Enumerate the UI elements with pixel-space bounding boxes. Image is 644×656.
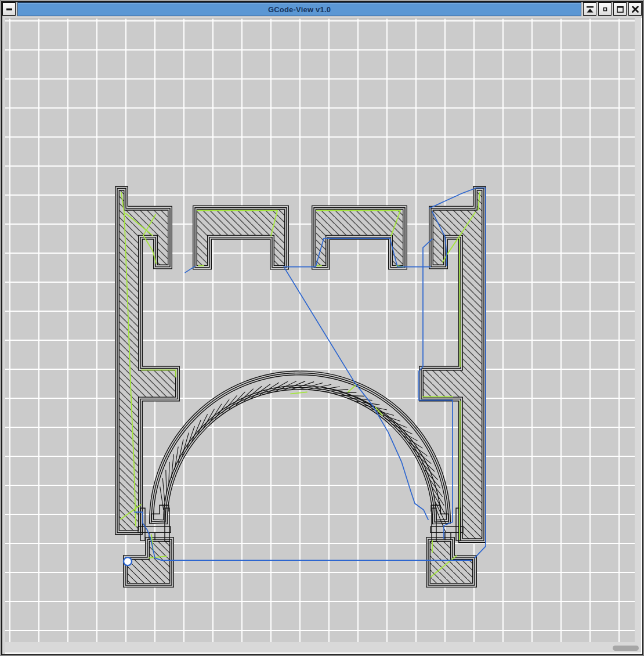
titlebar[interactable]: GCode-View v1.0 bbox=[2, 2, 642, 16]
close-button[interactable] bbox=[628, 2, 642, 16]
app-window: GCode-View v1.0 bbox=[0, 0, 644, 656]
close-icon bbox=[629, 3, 641, 15]
window-frame: GCode-View v1.0 bbox=[0, 0, 644, 656]
minimize-icon bbox=[3, 3, 15, 15]
iconify-button[interactable] bbox=[598, 2, 612, 16]
horizontal-scrollbar-thumb[interactable] bbox=[613, 646, 639, 651]
maximize-icon bbox=[614, 3, 626, 15]
thin-outline-shapes bbox=[138, 387, 463, 542]
frame-bevel-bottom bbox=[5, 653, 642, 654]
shade-button[interactable] bbox=[583, 2, 596, 16]
maximize-button[interactable] bbox=[613, 2, 627, 16]
horizontal-scrollbar-track[interactable] bbox=[5, 642, 641, 653]
minimize-button[interactable] bbox=[2, 2, 16, 16]
shade-icon bbox=[584, 3, 596, 15]
machined-part-shapes bbox=[117, 189, 484, 585]
small-square-icon bbox=[599, 3, 611, 15]
window-title: GCode-View v1.0 bbox=[268, 5, 331, 14]
drawing-svg bbox=[5, 19, 635, 642]
tool-position-marker bbox=[124, 557, 132, 565]
frame-bevel-right bbox=[641, 18, 642, 653]
arch-hatch-ticks bbox=[160, 381, 446, 532]
gcode-canvas[interactable] bbox=[5, 18, 635, 642]
vertical-scrollbar-track[interactable] bbox=[635, 18, 641, 642]
titlebar-title[interactable]: GCode-View v1.0 bbox=[17, 2, 581, 16]
